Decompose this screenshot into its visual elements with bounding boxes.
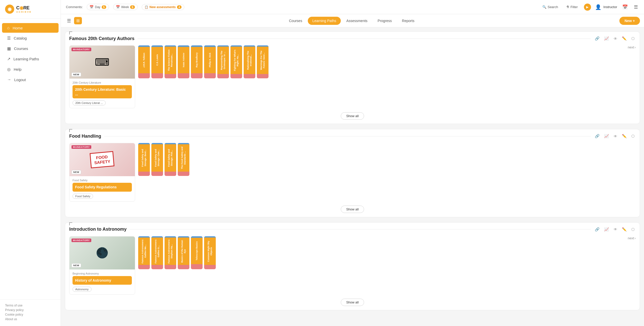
- filter-btn[interactable]: ⚗ Filter: [564, 4, 580, 10]
- new-badge-food: NEW: [71, 170, 81, 174]
- mini-card-scifi[interactable]: The Science Fiction Renaissan...: [165, 45, 176, 78]
- main-course-food[interactable]: FOODSAFETY MANDATORY NEW Food Safety Foo…: [69, 143, 135, 201]
- mandatory-badge-food: MANDATORY: [71, 145, 91, 149]
- menu-btn[interactable]: ☰: [633, 3, 639, 11]
- calendar-btn[interactable]: 📅: [621, 3, 629, 11]
- sidebar-item-logout[interactable]: → Logout: [2, 75, 59, 84]
- mini-card-body: Famous Astronomers: Galileo G...: [151, 238, 163, 265]
- mini-card-label: Philip K. Dick: [209, 53, 211, 67]
- sidebar-item-home[interactable]: ⌂ Home: [2, 23, 59, 33]
- user-name: Instructor: [603, 5, 617, 9]
- section-cube-btn[interactable]: ⬡: [630, 36, 636, 41]
- mini-card-label: Food Safety and Storage: Best...: [141, 145, 147, 171]
- play-btn[interactable]: ▶: [584, 4, 591, 11]
- mini-card-fs4[interactable]: The Food Safety and Standards ...: [178, 143, 189, 176]
- tab-courses[interactable]: Courses: [284, 17, 307, 25]
- mini-cards-row-food: Food Safety and Storage: Best... Food Sa…: [138, 143, 636, 176]
- course-tag-btn-astronomy[interactable]: Astronomy: [73, 287, 92, 292]
- mini-card-bottom: [191, 73, 203, 78]
- mini-card-bradbury[interactable]: Ray Bradbury: [191, 45, 203, 78]
- section-eye-btn[interactable]: 👁: [613, 133, 618, 139]
- nav-grid-btn[interactable]: ⊞: [74, 17, 82, 24]
- search-btn[interactable]: 🔍 Search: [540, 4, 560, 10]
- mini-card-ast3[interactable]: Famous Astronomers: Stephen Ha...: [165, 236, 176, 269]
- sidebar-item-catalog[interactable]: ☰ Catalog: [2, 33, 59, 43]
- main-course-astronomy[interactable]: 🌑 MANDATORY NEW Beginning Astronomy Hist…: [69, 236, 135, 295]
- section-chart-btn[interactable]: 📈: [603, 133, 610, 139]
- mini-card-ast6[interactable]: Common Night Sky Objects: [204, 236, 216, 269]
- filter-icon: ⚗: [566, 5, 569, 9]
- mini-card-bottom: [138, 265, 150, 269]
- section-link-btn[interactable]: 🔗: [594, 133, 601, 139]
- section-cube-btn[interactable]: ⬡: [630, 133, 636, 139]
- next-label: next: [628, 236, 634, 240]
- show-all-row-astronomy: Show all: [69, 299, 636, 306]
- section-cube-btn[interactable]: ⬡: [630, 227, 636, 232]
- section-title-authors: Famous 20th Century Authors: [69, 36, 134, 41]
- section-actions-astronomy: 🔗 📈 👁 ✏️ ⬡: [594, 227, 636, 232]
- mini-card-fs3[interactable]: Food Safety and Storage: Poli...: [165, 143, 176, 176]
- cookie-link[interactable]: Cookie policy: [5, 313, 56, 316]
- mini-card-lewis[interactable]: C.S. Lewis: [151, 45, 163, 78]
- next-label: next: [628, 45, 634, 49]
- course-tag-btn[interactable]: 20th Century Literat ...: [73, 100, 106, 105]
- mini-card-fighting[interactable]: Fighting For What's Right: Ha...: [230, 45, 242, 78]
- mini-card-label: Isaac Asimov: [182, 53, 185, 67]
- mini-card-ast2[interactable]: Famous Astronomers: Galileo G...: [151, 236, 163, 269]
- section-edit-btn[interactable]: ✏️: [621, 227, 628, 232]
- new-plus-button[interactable]: New +: [619, 17, 640, 25]
- about-link[interactable]: About us: [5, 317, 56, 321]
- filter-label: Filter: [570, 5, 578, 9]
- day-label: Day: [95, 5, 100, 9]
- user-area[interactable]: 👤 Instructor: [595, 4, 617, 10]
- sidebar-item-learning-paths[interactable]: ↗ Learning Paths: [2, 54, 59, 64]
- main-course-authors[interactable]: ⌨ MANDATORY NEW 20th Century Literature …: [69, 45, 135, 108]
- mini-card-representing[interactable]: Representing The Grotesque: to ...: [217, 45, 229, 78]
- next-btn-astronomy[interactable]: next ›: [628, 236, 636, 240]
- section-eye-btn[interactable]: 👁: [613, 36, 618, 41]
- week-comments-btn[interactable]: 📅 Week 5: [113, 4, 138, 10]
- new-assessments-count: 4: [177, 5, 182, 9]
- mini-card-fs1[interactable]: Food Safety and Storage: Best...: [138, 143, 150, 176]
- lp-content: Famous 20th Century Authors 🔗 📈 👁 ✏️ ⬡ ⌨: [61, 27, 644, 326]
- new-badge-astronomy: NEW: [71, 263, 81, 267]
- mini-card-label: Food Safety and Storage: Poli...: [168, 145, 173, 171]
- mini-card-rationalizing[interactable]: Rationalizing The Irrational...: [244, 45, 255, 78]
- privacy-link[interactable]: Privacy policy: [5, 308, 56, 312]
- chevron-right-icon: ›: [635, 236, 636, 240]
- mini-card-ast4[interactable]: Basics of the Human Eye: [178, 236, 189, 269]
- mini-card-ast5[interactable]: Telescope Basics: [191, 236, 203, 269]
- section-chart-btn[interactable]: 📈: [603, 36, 610, 41]
- section-edit-btn[interactable]: ✏️: [621, 133, 628, 139]
- mini-card-tolkien[interactable]: J.R.R. Tolkien: [138, 45, 150, 78]
- tab-assessments[interactable]: Assessments: [342, 17, 372, 25]
- mini-card-label: Common Night Sky Objects: [207, 239, 213, 264]
- next-btn-authors[interactable]: next ›: [628, 45, 636, 49]
- course-tag-btn-food[interactable]: Food Safety: [73, 194, 93, 199]
- sidebar-item-help[interactable]: ◎ Help: [2, 64, 59, 74]
- tab-progress[interactable]: Progress: [373, 17, 396, 25]
- mini-card-ast1[interactable]: Famous Astronomers: Galileo Me...: [138, 236, 150, 269]
- day-comments-btn[interactable]: 📅 Day 5: [87, 4, 109, 10]
- section-link-btn[interactable]: 🔗: [594, 36, 601, 41]
- section-eye-btn[interactable]: 👁: [613, 227, 618, 232]
- terms-link[interactable]: Terms of use: [5, 304, 56, 307]
- show-all-btn-astronomy[interactable]: Show all: [341, 299, 364, 306]
- mini-card-asimov[interactable]: Isaac Asimov: [178, 45, 189, 78]
- show-all-btn-authors[interactable]: Show all: [341, 112, 364, 120]
- show-all-btn-food[interactable]: Show all: [341, 206, 364, 213]
- tab-learning-paths[interactable]: Learning Paths: [308, 17, 341, 25]
- mini-card-fs2[interactable]: Food Safety and Storage: Cate...: [151, 143, 163, 176]
- mini-card-body: Famous Astronomers: Stephen Ha...: [165, 238, 176, 265]
- mini-card-bottom: [178, 265, 189, 269]
- mini-card-warnings[interactable]: Warnings For The Future: Geor...: [257, 45, 269, 78]
- sidebar-item-courses[interactable]: ▦ Courses: [2, 44, 59, 53]
- section-edit-btn[interactable]: ✏️: [621, 36, 628, 41]
- section-chart-btn[interactable]: 📈: [603, 227, 610, 232]
- tab-reports[interactable]: Reports: [397, 17, 419, 25]
- new-assessments-btn[interactable]: 📋 New assessments 4: [142, 4, 185, 10]
- section-link-btn[interactable]: 🔗: [594, 227, 601, 232]
- mini-card-bottom: [204, 73, 216, 78]
- nav-toggle-btn[interactable]: ☰: [65, 17, 73, 25]
- mini-card-dick[interactable]: Philip K. Dick: [204, 45, 216, 78]
